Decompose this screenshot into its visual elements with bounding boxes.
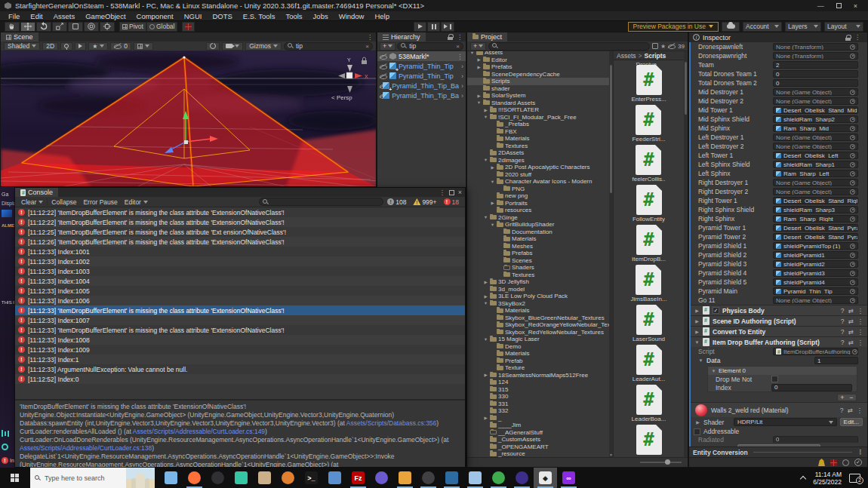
fold-arrow-icon[interactable]: ▼ — [483, 301, 488, 305]
script-asset[interactable]: #ItemDropB... — [632, 225, 666, 262]
component-menu-icon[interactable]: ⋮ — [857, 328, 864, 336]
taskbar-app-folder[interactable] — [393, 468, 417, 488]
object-picker-icon[interactable] — [850, 207, 855, 213]
transform-tool-button[interactable] — [84, 22, 99, 32]
taskbar-app-vs[interactable]: ∞ — [557, 468, 580, 488]
hierarchy-item[interactable]: Pyramid_Thin_Tip_Ba› — [377, 81, 466, 91]
tree-item[interactable]: ▶18SeamlessNormalMaps512Free — [467, 372, 609, 379]
hidden-packages-icon[interactable] — [668, 43, 676, 49]
breadcrumb-root[interactable]: Assets — [617, 52, 636, 60]
collapse-button[interactable]: Collapse — [48, 198, 79, 207]
scene-search-input[interactable]: tip× — [284, 42, 373, 51]
game-display-dropdown[interactable]: Displa — [2, 201, 14, 206]
fold-arrow-icon[interactable]: ▼ — [490, 180, 495, 184]
breadcrumb-current[interactable]: Scripts — [644, 52, 666, 60]
script-asset[interactable]: #FeederStri... — [632, 105, 665, 143]
fold-arrow-icon[interactable]: ▶ — [694, 308, 700, 313]
tree-item[interactable]: 2DAssets — [467, 149, 609, 157]
tree-item[interactable]: _OPENGAMEART — [467, 443, 609, 451]
menu-item-ngui[interactable]: NGUI — [179, 12, 208, 20]
object-picker-icon[interactable] — [850, 54, 855, 59]
console-log-row[interactable]: ![11:12:33] ArgumentNullException: Value… — [15, 364, 465, 374]
preview-packages-dropdown[interactable]: Preview Packages in Use — [628, 22, 719, 32]
add-component-button[interactable]: Add Component — [737, 444, 820, 447]
object-picker-icon[interactable] — [850, 271, 855, 276]
menu-item-gameobject[interactable]: GameObject — [80, 12, 131, 20]
script-asset-partial[interactable]: # — [636, 425, 662, 455]
menu-item-assets[interactable]: Assets — [48, 12, 81, 20]
tree-item[interactable]: Skybox_RedYellowNebular_Textures — [467, 329, 609, 336]
tree-item[interactable]: Materials — [467, 135, 609, 143]
presets-icon[interactable]: ⇄ — [848, 339, 853, 346]
search-by-type-icon[interactable] — [652, 43, 658, 49]
help-icon[interactable]: ? — [841, 318, 845, 325]
gizmos-dropdown[interactable]: Gizmos — [245, 42, 282, 51]
hidden-eye-icon[interactable] — [380, 63, 387, 69]
tree-item[interactable]: resources — [467, 207, 609, 214]
field-value[interactable]: None (Game Object) — [773, 296, 858, 304]
taskbar-app-sphere[interactable] — [510, 468, 534, 488]
console-log-row[interactable]: ![11:12:52] Index:0 — [15, 374, 465, 384]
tree-item[interactable]: _CustomAssets — [467, 436, 609, 443]
search-highlight-image[interactable] — [126, 468, 155, 488]
array-remove-button[interactable]: − — [849, 394, 853, 401]
menu-item-estools[interactable]: E.S. Tools — [238, 12, 281, 20]
script-asset[interactable]: #LeaderBoa... — [632, 385, 666, 422]
tree-item[interactable]: __AGeneralStuff — [467, 429, 609, 437]
tree-item[interactable]: Prefabs — [467, 250, 609, 257]
pivot-toggle[interactable]: Pivot — [119, 22, 146, 32]
scene-menu-icon[interactable]: ⋮ — [367, 34, 373, 41]
tree-item[interactable]: 315 — [467, 386, 609, 394]
object-picker-icon[interactable] — [850, 298, 855, 303]
console-log-row[interactable]: ![11:12:33] Index:1008 — [15, 335, 465, 345]
script-field-value[interactable]: ItemDropBufferAuthoring — [773, 348, 858, 355]
tree-item[interactable]: ▶3D Jellyfish — [467, 278, 609, 286]
field-value[interactable]: shieldRam_Sharp1 — [773, 161, 858, 168]
menu-item-jobs[interactable]: Jobs — [308, 12, 334, 20]
taskbar-app-firefox[interactable] — [183, 468, 206, 488]
fold-arrow-icon[interactable]: ▼ — [483, 158, 488, 162]
grid-snap-button[interactable] — [182, 22, 195, 32]
console-log-row[interactable]: ![11:12:33] Index:1009 — [15, 345, 465, 354]
script-asset[interactable]: #LeaderAut... — [633, 345, 666, 382]
object-picker-icon[interactable] — [850, 45, 855, 50]
script-asset[interactable]: #JimsBaseIn... — [630, 265, 666, 302]
field-value[interactable]: None (Transform) — [773, 43, 858, 51]
taskbar-app-eclipse[interactable] — [370, 468, 393, 488]
taskbar-app-sharex[interactable] — [229, 468, 253, 488]
fold-arrow-icon[interactable]: ▶ — [476, 65, 482, 69]
global-toggle[interactable]: Global — [146, 22, 178, 32]
tree-item[interactable]: Scenes — [467, 257, 609, 265]
hierarchy-item[interactable]: Pyramid_Thin_Tip_Ba› — [377, 91, 466, 100]
favorites-star-icon[interactable]: ★ — [660, 43, 666, 50]
tree-item[interactable]: Prefab — [467, 358, 609, 365]
tab-project[interactable]: Project — [467, 32, 507, 41]
inspector-menu-icon[interactable]: ⋮ — [854, 34, 860, 41]
help-icon[interactable]: ? — [841, 307, 845, 315]
hierarchy-item[interactable]: Pyramid_Thin_Tip› — [377, 61, 466, 71]
lighting-toggle[interactable] — [60, 42, 72, 51]
help-icon[interactable]: ? — [840, 407, 844, 414]
editor-dropdown[interactable]: Editor — [122, 198, 151, 207]
progress-icon[interactable] — [842, 459, 849, 466]
field-value[interactable]: shieldPyramidTop (1) — [773, 242, 858, 250]
collab-cloud-button[interactable] — [722, 22, 740, 32]
field-value[interactable]: Ram_Sharp_Mid — [773, 124, 858, 132]
rect-tool-button[interactable] — [68, 22, 83, 32]
taskbar-app-filezilla[interactable]: Fz — [346, 468, 370, 488]
object-picker-icon[interactable] — [850, 153, 855, 158]
tree-item[interactable]: 2020 stuff — [467, 171, 609, 179]
field-value[interactable]: 0 — [773, 79, 858, 87]
stack-trace-link[interactable]: Assets/Scripts/Addressable/CurtLoader.cs… — [133, 428, 265, 435]
field-value[interactable]: None (Game Object) — [773, 143, 858, 150]
tree-item[interactable]: ▼2Ginge — [467, 214, 609, 222]
tab-game[interactable]: Ga — [2, 192, 8, 197]
menu-item-file[interactable]: File — [3, 12, 25, 20]
field-value[interactable]: shieldPyramid3 — [773, 269, 858, 277]
taskbar-app-book[interactable] — [440, 468, 463, 488]
stack-trace-link[interactable]: Assets/Scripts/Addressable/CurtLoader.cs… — [20, 444, 152, 452]
tree-item[interactable]: SceneDependencyCache — [467, 71, 609, 78]
start-button[interactable] — [0, 468, 30, 488]
tree-item[interactable]: ▼Character Avatar Icons - Modern — [467, 178, 609, 186]
component-menu-icon[interactable]: ⋮ — [857, 407, 863, 414]
